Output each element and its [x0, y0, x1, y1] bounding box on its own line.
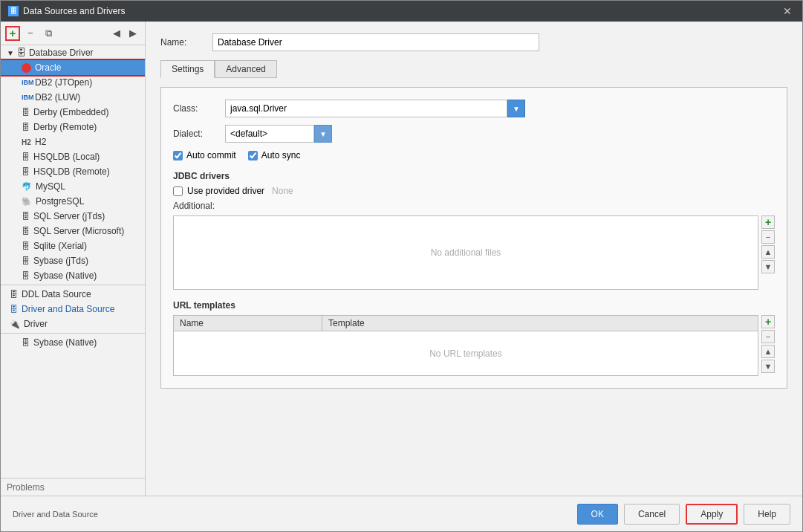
tree-item-sybase-native[interactable]: 🗄 Sybase (Native) [1, 268, 145, 283]
cancel-button[interactable]: Cancel [624, 504, 680, 525]
tree-item-db2-luw[interactable]: IBM DB2 (LUW) [1, 90, 145, 105]
tree-item-label: Driver [24, 319, 48, 329]
ddl-icon: 🗄 [10, 290, 18, 299]
tree-item-label: Oracle [35, 62, 61, 73]
tree-area: ▼ 🗄 Database Driver Oracle IBM DB2 (JTOp… [1, 45, 145, 478]
name-row: Name: [160, 33, 787, 51]
db2-icon: IBM [22, 79, 31, 86]
use-provided-none: None [272, 186, 293, 196]
class-row: Class: ▼ [173, 100, 775, 117]
file-list-buttons: + − ▲ ▼ [761, 215, 775, 290]
add-url-button[interactable]: + [761, 315, 775, 328]
postgresql-icon: 🐘 [22, 197, 32, 207]
right-panel: Name: Settings Advanced Class: ▼ [146, 22, 802, 496]
class-input[interactable] [225, 100, 507, 117]
jdbc-section-title: JDBC drivers [173, 171, 775, 181]
tree-item-label: HSQLDB (Local) [33, 152, 100, 162]
url-table-row: Name Template No URL templates [173, 315, 775, 376]
url-empty-row: No URL templates [174, 331, 758, 376]
auto-commit-checkbox[interactable]: Auto commit [173, 150, 236, 160]
forward-button[interactable]: ▶ [126, 26, 140, 41]
auto-commit-label: Auto commit [186, 150, 236, 160]
tree-parent-icon: 🗄 [17, 48, 26, 58]
mysql-icon: 🐬 [22, 182, 32, 192]
close-button[interactable]: ✕ [780, 4, 795, 18]
tab-settings[interactable]: Settings [160, 60, 215, 78]
url-templates-title: URL templates [173, 300, 775, 311]
tree-item-sqlite-xerial[interactable]: 🗄 Sqlite (Xerial) [1, 239, 145, 253]
dialect-input[interactable] [225, 125, 314, 143]
name-label: Name: [160, 37, 205, 48]
tree-item-sqlserver-jtds[interactable]: 🗄 SQL Server (jTds) [1, 209, 145, 224]
back-button[interactable]: ◀ [109, 26, 124, 41]
tree-item-sybase-jtds[interactable]: 🗄 Sybase (jTds) [1, 253, 145, 268]
sqlserver-microsoft-icon: 🗄 [22, 227, 30, 236]
driver-icon: 🔌 [10, 319, 20, 329]
remove-url-button[interactable]: − [761, 330, 775, 343]
tree-item-derby-embedded[interactable]: 🗄 Derby (Embedded) [1, 105, 145, 120]
tree-item-label: Derby (Remote) [33, 122, 97, 132]
tree-item-label: SQL Server (jTds) [33, 211, 105, 221]
add-file-button[interactable]: + [761, 215, 775, 229]
move-down-url-button[interactable]: ▼ [761, 360, 775, 373]
name-input[interactable] [212, 33, 539, 51]
left-panel: + − ⧉ ◀ ▶ ▼ 🗄 Database Driver Oracle [1, 22, 146, 496]
tree-expand-icon: ▼ [7, 49, 14, 57]
tree-item-label: Sqlite (Xerial) [33, 241, 87, 251]
class-select-container: ▼ [225, 100, 525, 117]
remove-button[interactable]: − [23, 26, 38, 41]
left-toolbar: + − ⧉ ◀ ▶ [1, 22, 145, 45]
tree-item-sybase-native-2[interactable]: 🗄 Sybase (Native) [1, 335, 145, 350]
dialect-dropdown-button[interactable]: ▼ [314, 125, 332, 143]
class-dropdown-button[interactable]: ▼ [507, 100, 525, 117]
url-empty-message: No URL templates [174, 331, 758, 376]
tree-item-label: HSQLDB (Remote) [33, 166, 110, 177]
tree-item-hsqldb-remote[interactable]: 🗄 HSQLDB (Remote) [1, 164, 145, 179]
tree-item-label: DB2 (JTOpen) [35, 77, 92, 88]
apply-button[interactable]: Apply [686, 504, 738, 525]
remove-file-button[interactable]: − [761, 230, 775, 244]
use-provided-checkbox[interactable] [173, 186, 183, 196]
auto-sync-input[interactable] [248, 151, 258, 160]
sybase-native-2-icon: 🗄 [22, 338, 30, 347]
add-button[interactable]: + [5, 26, 20, 41]
oracle-icon [22, 63, 31, 73]
tree-item-driver[interactable]: 🔌 Driver [1, 317, 145, 331]
tree-item-sqlserver-microsoft[interactable]: 🗄 SQL Server (Microsoft) [1, 224, 145, 239]
tree-parent-database-driver[interactable]: ▼ 🗄 Database Driver [1, 45, 145, 60]
tabs-container: Settings Advanced [160, 60, 787, 78]
auto-commit-input[interactable] [173, 151, 183, 160]
tree-item-label: Driver and Data Source [22, 304, 114, 314]
use-provided-label: Use provided driver [187, 186, 264, 196]
tree-item-mysql[interactable]: 🐬 MySQL [1, 179, 145, 194]
tree-item-hsqldb-local[interactable]: 🗄 HSQLDB (Local) [1, 149, 145, 164]
tree-item-label: Sybase (jTds) [33, 256, 88, 266]
db2-luw-icon: IBM [22, 94, 31, 101]
tree-item-driver-and-data-source[interactable]: 🗄 Driver and Data Source [1, 302, 145, 317]
title-bar-left: 🗄 Data Sources and Drivers [8, 6, 125, 16]
tree-item-ddl-data-source[interactable]: 🗄 DDL Data Source [1, 287, 145, 302]
problems-label: Problems [7, 482, 45, 493]
tree-item-db2-jtopen[interactable]: IBM DB2 (JTOpen) [1, 75, 145, 90]
footer-left-info: Driver and Data Source [13, 510, 98, 519]
ok-button[interactable]: OK [577, 504, 618, 525]
tree-item-h2[interactable]: H2 H2 [1, 134, 145, 149]
tab-advanced[interactable]: Advanced [215, 60, 276, 78]
tree-item-postgresql[interactable]: 🐘 PostgreSQL [1, 194, 145, 209]
tree-item-oracle[interactable]: Oracle [1, 60, 145, 75]
class-label: Class: [173, 103, 218, 114]
jdbc-area: JDBC drivers Use provided driver None Ad… [173, 168, 775, 290]
url-table-col-template: Template [322, 316, 758, 331]
auto-sync-checkbox[interactable]: Auto sync [248, 150, 301, 160]
move-up-file-button[interactable]: ▲ [761, 245, 775, 259]
tree-item-derby-remote[interactable]: 🗄 Derby (Remote) [1, 120, 145, 134]
url-table: Name Template No URL templates [173, 315, 758, 376]
help-button[interactable]: Help [744, 504, 790, 525]
copy-button[interactable]: ⧉ [41, 26, 56, 41]
sybase-native-icon: 🗄 [22, 271, 30, 280]
dialect-label: Dialect: [173, 129, 218, 139]
move-down-file-button[interactable]: ▼ [761, 260, 775, 273]
move-up-url-button[interactable]: ▲ [761, 345, 775, 358]
tree-item-label: MySQL [36, 181, 65, 192]
file-list-box: No additional files [173, 215, 758, 290]
